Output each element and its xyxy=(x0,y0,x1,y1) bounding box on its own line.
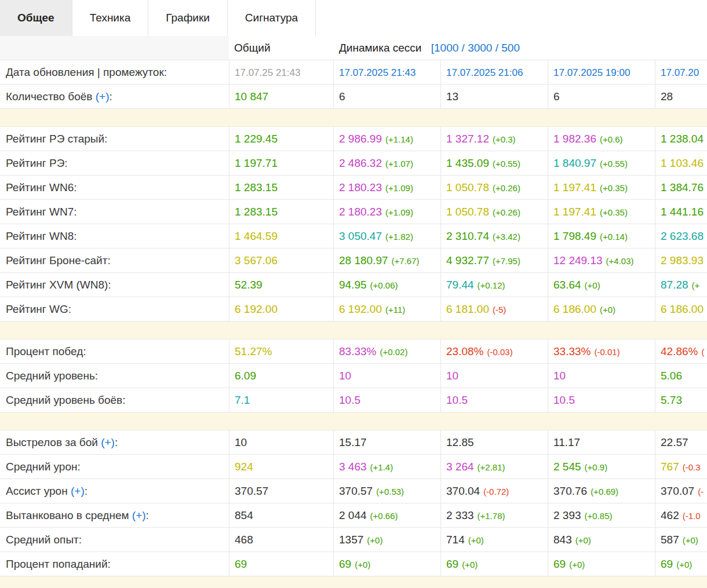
stat-delta: (+0.6) xyxy=(600,134,623,144)
row-label-colon: : xyxy=(109,90,112,103)
stat-value: 22.57 xyxy=(661,436,688,448)
row-label-text: Рейтинг XVM (WN8): xyxy=(6,279,111,291)
stat-value: 52.39 xyxy=(235,279,263,291)
stat-value: 924 xyxy=(235,461,253,473)
stat-delta: (-0.72) xyxy=(483,487,509,496)
session-value-cell: 3 463(+1.4) xyxy=(333,455,440,479)
stat-delta: (- xyxy=(698,487,704,496)
session-date-link[interactable]: 17.07.2025 21:06 xyxy=(446,67,523,78)
session-value-cell: 10 xyxy=(548,364,655,388)
expand-plus-link[interactable]: (+) xyxy=(96,90,110,103)
stat-delta: (+0.02) xyxy=(380,347,407,357)
session-value-cell: 1 103.46 xyxy=(655,151,707,176)
stat-delta: (+0) xyxy=(468,535,484,545)
row-label: Средний опыт: xyxy=(0,528,229,552)
session-date-link[interactable]: 17.07.20 xyxy=(661,67,699,78)
session-value-cell: 17.07.2025 21:06 xyxy=(440,60,548,85)
stat-value: 10 847 xyxy=(235,90,268,103)
overall-value-cell: 1 464.59 xyxy=(229,224,333,249)
stat-delta: (+0.3) xyxy=(493,134,516,144)
stat-delta: (+0) xyxy=(569,560,585,569)
session-value-cell: 1 197.41(+0.35) xyxy=(548,200,655,224)
row-label: Рейтинг XVM (WN8): xyxy=(0,273,229,297)
overall-value-cell: 1 283.15 xyxy=(229,176,333,200)
session-value-cell: 2 393(+0.85) xyxy=(548,503,655,528)
row-label-text: Рейтинг РЭ старый: xyxy=(6,133,107,145)
tab-signature[interactable]: Сигнатура xyxy=(228,0,316,36)
row-label-colon: : xyxy=(146,509,149,521)
row-label-text: Рейтинг WG: xyxy=(6,303,71,315)
expand-plus-link[interactable]: (+) xyxy=(132,509,146,521)
stat-delta: (+0.35) xyxy=(600,183,628,193)
stat-delta: (+0) xyxy=(600,305,615,315)
session-value-cell: 15.17 xyxy=(333,430,440,455)
session-config-link[interactable]: [1000 / 3000 / 500 xyxy=(431,42,520,54)
session-value-cell: 13 xyxy=(440,85,548,109)
overall-value-cell: 69 xyxy=(229,552,333,576)
stat-value: 6 xyxy=(553,90,560,103)
stat-value: 28 xyxy=(661,90,673,103)
stat-value: 370.57 xyxy=(339,485,373,497)
stat-value: 3 050.47 xyxy=(339,230,382,242)
stat-value: 3 463 xyxy=(339,461,367,473)
row-label-text: Вытанковано в среднем xyxy=(6,509,132,521)
stat-value: 1 197.71 xyxy=(235,157,278,169)
tab-charts[interactable]: Графики xyxy=(148,0,228,36)
stat-value: 1 435.09 xyxy=(446,157,489,169)
stat-value: 2 180.23 xyxy=(339,181,382,193)
overall-value-cell: 370.57 xyxy=(229,479,333,503)
session-value-cell: 83.33%(+0.02) xyxy=(333,339,440,364)
stat-value: 6 181.00 xyxy=(446,303,489,315)
separator-row xyxy=(0,109,707,127)
header-dynamics-label: Динамика сесси xyxy=(339,42,421,54)
stat-delta: (+0) xyxy=(585,280,600,290)
stat-value: 6 186.00 xyxy=(553,303,596,315)
stat-value: 69 xyxy=(339,558,351,570)
row-label-text: Рейтинг РЭ: xyxy=(6,157,68,169)
stat-delta: (-0.3 xyxy=(683,462,701,472)
stat-delta: (+0.26) xyxy=(493,183,520,193)
overall-value-cell: 52.39 xyxy=(229,273,333,297)
stat-value: 10.5 xyxy=(553,394,575,406)
row-label-text: Рейтинг WN7: xyxy=(6,206,77,218)
session-value-cell: 2 333(+1.78) xyxy=(440,503,548,528)
session-value-cell: 94.95(+0.06) xyxy=(333,273,440,297)
overall-value-cell: 924 xyxy=(229,455,333,479)
row-label: Рейтинг Броне-сайт: xyxy=(0,249,229,273)
stat-value: 587 xyxy=(661,534,679,546)
tab-vehicles[interactable]: Техника xyxy=(72,0,149,36)
expand-plus-link[interactable]: (+) xyxy=(71,485,85,497)
stat-value: 87.28 xyxy=(661,279,688,291)
stat-value: 370.76 xyxy=(553,485,587,497)
session-value-cell: 1 197.41(+0.35) xyxy=(548,176,655,200)
row-label-text: Рейтинг Броне-сайт: xyxy=(6,254,111,266)
stat-delta: (+0.06) xyxy=(370,280,398,290)
session-value-cell: 63.64(+0) xyxy=(548,273,655,297)
stat-value: 2 044 xyxy=(339,509,367,521)
row-label-text: Рейтинг WN8: xyxy=(6,230,77,242)
expand-plus-link[interactable]: (+) xyxy=(101,436,115,448)
session-value-cell: 6 186.00(+0) xyxy=(548,297,655,322)
stat-value: 6 192.00 xyxy=(235,303,278,315)
stat-value: 2 545 xyxy=(553,461,581,473)
session-value-cell: 69(+0) xyxy=(548,552,655,576)
overall-value-cell: 51.27% xyxy=(229,339,333,364)
overall-value-cell: 1 229.45 xyxy=(229,127,333,151)
stat-value: 3 567.06 xyxy=(235,254,278,266)
stat-delta: (+1.82) xyxy=(385,232,413,242)
session-value-cell: 370.04(-0.72) xyxy=(440,479,548,503)
session-value-cell: 10.5 xyxy=(333,388,440,412)
row-label: Рейтинг WN8: xyxy=(0,224,229,249)
session-value-cell: 42.86%( xyxy=(655,339,707,364)
stat-delta: (+0) xyxy=(676,560,692,569)
stat-delta: (+0.26) xyxy=(493,207,520,217)
row-label-text: Количество боёв xyxy=(6,90,96,103)
row-label-text: Средний опыт: xyxy=(6,534,82,546)
tab-general[interactable]: Общее xyxy=(0,0,72,36)
stat-delta: (+2.81) xyxy=(478,462,505,472)
session-value-cell: 2 310.74(+3.42) xyxy=(440,224,548,249)
session-date-link[interactable]: 17.07.2025 19:00 xyxy=(553,67,630,78)
session-value-cell: 370.07(- xyxy=(655,479,707,503)
row-label: Рейтинг РЭ старый: xyxy=(0,127,229,151)
session-date-link[interactable]: 17.07.2025 21:43 xyxy=(339,67,416,78)
